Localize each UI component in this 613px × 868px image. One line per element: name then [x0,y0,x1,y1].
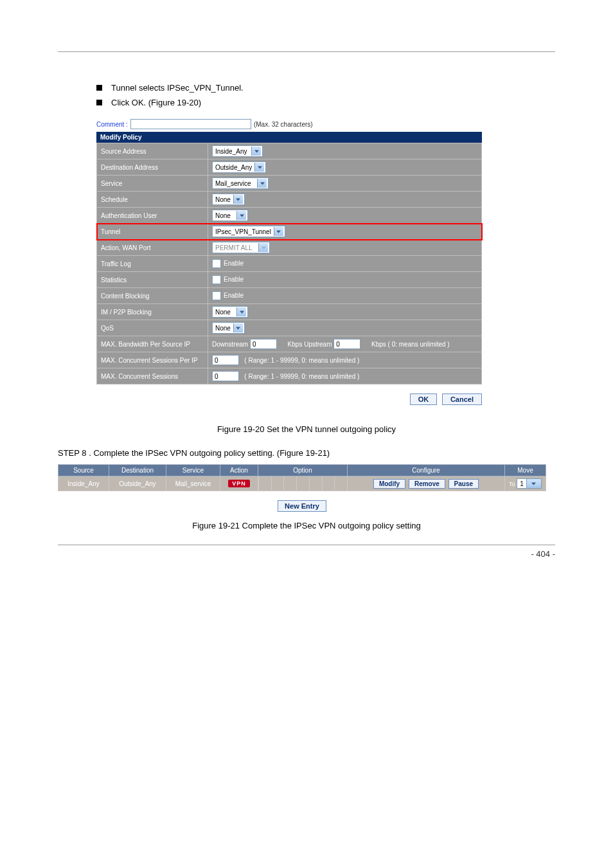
table-row: Inside_Any Outside_Any Mail_service VPN … [58,476,546,491]
chevron-down-icon [254,163,264,172]
pause-button[interactable]: Pause [449,479,479,489]
bottom-rule [58,545,555,545]
col-option: Option [258,465,348,476]
auth-user-label: Authentication User [97,208,208,224]
bullet-icon [96,100,102,105]
enable-label: Enable [224,276,244,283]
traffic-log-checkbox[interactable] [212,259,221,268]
chevron-down-icon [257,179,267,188]
schedule-label: Schedule [97,192,208,208]
intro-block: Tunnel selects IPSec_VPN_Tunnel. Click O… [96,83,555,107]
service-select[interactable]: Mail_service [212,177,269,189]
max-conc-ip-input[interactable] [212,355,239,365]
content-blocking-checkbox[interactable] [212,291,221,300]
col-move: Move [505,465,546,476]
dst-addr-label: Destination Address [97,159,208,176]
cell-destination: Outside_Any [109,476,166,491]
comment-label: Comment : [96,121,128,128]
im-p2p-select[interactable]: None [212,306,248,318]
modify-button[interactable]: Modify [373,479,405,489]
downstream-input[interactable] [250,339,277,349]
kbps-unlimited-note: Kbps ( 0: means unlimited ) [371,341,450,348]
schedule-select[interactable]: None [212,194,245,205]
col-action: Action [220,465,258,476]
remove-button[interactable]: Remove [409,479,445,489]
max-conc-input[interactable] [212,371,239,381]
cell-source: Inside_Any [58,476,109,491]
cell-configure: Modify Remove Pause [348,476,505,491]
upstream-input[interactable] [333,339,360,349]
chevron-down-icon [236,211,246,220]
service-label: Service [97,176,208,192]
new-entry-button[interactable]: New Entry [278,500,326,512]
im-p2p-label: IM / P2P Blocking [97,304,208,320]
range-note: ( Range: 1 - 99999, 0: means unlimited ) [244,357,359,364]
ok-button[interactable]: OK [410,393,438,405]
upstream-label: Kbps Upstream [288,341,332,348]
cell-move: To 1 [505,476,546,491]
col-service: Service [166,465,220,476]
col-source: Source [58,465,109,476]
max-bw-label: MAX. Bandwidth Per Source IP [97,336,208,352]
qos-label: QoS [97,320,208,336]
col-destination: Destination [109,465,166,476]
panel-title: Modify Policy [96,132,482,143]
chevron-down-icon [233,195,243,204]
col-configure: Configure [348,465,505,476]
intro-line-2: Click OK. (Figure 19-20) [111,98,201,107]
traffic-log-label: Traffic Log [97,256,208,272]
cell-option [258,476,348,491]
max-conc-ip-label: MAX. Concurrent Sessions Per IP [97,352,208,368]
chevron-down-icon [251,147,261,156]
step-8-text: STEP 8 . Complete the IPSec VPN outgoing… [58,448,555,458]
chevron-down-icon [236,307,246,316]
range-note: ( Range: 1 - 99999, 0: means unlimited ) [244,373,359,380]
src-addr-select[interactable]: Inside_Any [212,145,263,157]
figure-caption-2: Figure 19-21 Complete the IPSec VPN outg… [58,521,555,530]
cell-service: Mail_service [166,476,220,491]
chevron-down-icon [274,227,283,236]
downstream-label: Downstream [212,341,248,348]
chevron-down-icon [258,243,268,252]
chevron-down-icon [233,323,243,332]
max-conc-label: MAX. Concurrent Sessions [97,368,208,384]
chevron-down-icon [526,479,541,488]
intro-line-1: Tunnel selects IPSec_VPN_Tunnel. [111,83,244,93]
tunnel-label: Tunnel [97,224,208,240]
comment-note: (Max. 32 characters) [254,121,313,128]
enable-label: Enable [224,292,244,299]
enable-label: Enable [224,260,244,267]
move-select[interactable]: 1 [517,478,542,489]
content-blocking-label: Content Blocking [97,288,208,304]
cancel-button[interactable]: Cancel [442,393,482,405]
comment-input[interactable] [130,119,251,129]
action-wan-select[interactable]: PERMIT ALL [212,242,270,253]
figure-caption-1: Figure 19-20 Set the VPN tunnel outgoing… [58,424,555,434]
page-number: - 404 - [58,549,555,559]
vpn-badge: VPN [228,480,250,487]
statistics-checkbox[interactable] [212,275,221,284]
qos-select[interactable]: None [212,322,245,334]
statistics-label: Statistics [97,272,208,288]
modify-policy-form: Comment : (Max. 32 characters) Modify Po… [96,119,482,384]
dst-addr-select[interactable]: Outside_Any [212,161,266,173]
src-addr-label: Source Address [97,143,208,159]
move-to-label: To [509,481,515,487]
bullet-icon [96,85,102,91]
policy-form-table: Source Address Inside_Any Destination Ad… [96,143,482,384]
policy-result-table: Source Destination Service Action Option… [58,464,546,512]
top-rule [58,51,555,52]
action-wan-label: Action, WAN Port [97,240,208,256]
auth-user-select[interactable]: None [212,210,248,221]
tunnel-select[interactable]: IPsec_VPN_Tunnel [212,226,285,237]
cell-action: VPN [220,476,258,491]
